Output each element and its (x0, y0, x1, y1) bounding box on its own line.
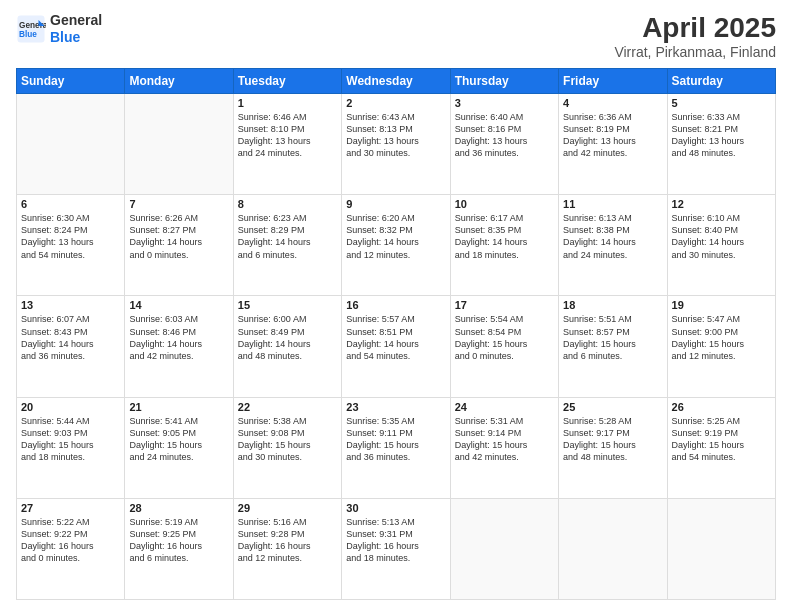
calendar-cell: 3Sunrise: 6:40 AM Sunset: 8:16 PM Daylig… (450, 94, 558, 195)
day-number: 14 (129, 299, 228, 311)
calendar-cell: 5Sunrise: 6:33 AM Sunset: 8:21 PM Daylig… (667, 94, 775, 195)
day-number: 1 (238, 97, 337, 109)
day-number: 27 (21, 502, 120, 514)
calendar-cell: 17Sunrise: 5:54 AM Sunset: 8:54 PM Dayli… (450, 296, 558, 397)
day-info: Sunrise: 5:16 AM Sunset: 9:28 PM Dayligh… (238, 516, 337, 565)
day-info: Sunrise: 5:51 AM Sunset: 8:57 PM Dayligh… (563, 313, 662, 362)
calendar-cell: 21Sunrise: 5:41 AM Sunset: 9:05 PM Dayli… (125, 397, 233, 498)
day-info: Sunrise: 6:07 AM Sunset: 8:43 PM Dayligh… (21, 313, 120, 362)
calendar-cell: 4Sunrise: 6:36 AM Sunset: 8:19 PM Daylig… (559, 94, 667, 195)
day-number: 8 (238, 198, 337, 210)
weekday-header: Thursday (450, 69, 558, 94)
day-number: 11 (563, 198, 662, 210)
calendar-cell: 30Sunrise: 5:13 AM Sunset: 9:31 PM Dayli… (342, 498, 450, 599)
day-number: 4 (563, 97, 662, 109)
calendar-subtitle: Virrat, Pirkanmaa, Finland (614, 44, 776, 60)
day-number: 23 (346, 401, 445, 413)
day-info: Sunrise: 5:38 AM Sunset: 9:08 PM Dayligh… (238, 415, 337, 464)
calendar-cell: 7Sunrise: 6:26 AM Sunset: 8:27 PM Daylig… (125, 195, 233, 296)
weekday-header: Friday (559, 69, 667, 94)
day-info: Sunrise: 5:22 AM Sunset: 9:22 PM Dayligh… (21, 516, 120, 565)
calendar-week-row: 1Sunrise: 6:46 AM Sunset: 8:10 PM Daylig… (17, 94, 776, 195)
day-info: Sunrise: 5:28 AM Sunset: 9:17 PM Dayligh… (563, 415, 662, 464)
calendar-week-row: 27Sunrise: 5:22 AM Sunset: 9:22 PM Dayli… (17, 498, 776, 599)
day-number: 25 (563, 401, 662, 413)
day-number: 7 (129, 198, 228, 210)
day-info: Sunrise: 6:36 AM Sunset: 8:19 PM Dayligh… (563, 111, 662, 160)
calendar-week-row: 20Sunrise: 5:44 AM Sunset: 9:03 PM Dayli… (17, 397, 776, 498)
calendar-cell: 24Sunrise: 5:31 AM Sunset: 9:14 PM Dayli… (450, 397, 558, 498)
day-info: Sunrise: 6:26 AM Sunset: 8:27 PM Dayligh… (129, 212, 228, 261)
day-number: 24 (455, 401, 554, 413)
day-info: Sunrise: 5:47 AM Sunset: 9:00 PM Dayligh… (672, 313, 771, 362)
day-number: 28 (129, 502, 228, 514)
calendar-cell (450, 498, 558, 599)
calendar-cell: 13Sunrise: 6:07 AM Sunset: 8:43 PM Dayli… (17, 296, 125, 397)
day-number: 6 (21, 198, 120, 210)
calendar-cell: 12Sunrise: 6:10 AM Sunset: 8:40 PM Dayli… (667, 195, 775, 296)
calendar-cell: 28Sunrise: 5:19 AM Sunset: 9:25 PM Dayli… (125, 498, 233, 599)
calendar-title: April 2025 (614, 12, 776, 44)
day-number: 15 (238, 299, 337, 311)
day-number: 9 (346, 198, 445, 210)
logo: General Blue General Blue (16, 12, 102, 46)
page: General Blue General Blue April 2025 Vir… (0, 0, 792, 612)
calendar-cell: 29Sunrise: 5:16 AM Sunset: 9:28 PM Dayli… (233, 498, 341, 599)
day-info: Sunrise: 6:46 AM Sunset: 8:10 PM Dayligh… (238, 111, 337, 160)
title-block: April 2025 Virrat, Pirkanmaa, Finland (614, 12, 776, 60)
day-info: Sunrise: 6:33 AM Sunset: 8:21 PM Dayligh… (672, 111, 771, 160)
calendar-cell: 22Sunrise: 5:38 AM Sunset: 9:08 PM Dayli… (233, 397, 341, 498)
calendar-cell: 27Sunrise: 5:22 AM Sunset: 9:22 PM Dayli… (17, 498, 125, 599)
calendar-cell: 6Sunrise: 6:30 AM Sunset: 8:24 PM Daylig… (17, 195, 125, 296)
day-info: Sunrise: 5:19 AM Sunset: 9:25 PM Dayligh… (129, 516, 228, 565)
day-info: Sunrise: 5:57 AM Sunset: 8:51 PM Dayligh… (346, 313, 445, 362)
logo-icon: General Blue (16, 14, 46, 44)
calendar-cell: 18Sunrise: 5:51 AM Sunset: 8:57 PM Dayli… (559, 296, 667, 397)
day-info: Sunrise: 6:30 AM Sunset: 8:24 PM Dayligh… (21, 212, 120, 261)
day-number: 13 (21, 299, 120, 311)
calendar-cell: 10Sunrise: 6:17 AM Sunset: 8:35 PM Dayli… (450, 195, 558, 296)
day-number: 22 (238, 401, 337, 413)
weekday-header: Monday (125, 69, 233, 94)
calendar-cell: 25Sunrise: 5:28 AM Sunset: 9:17 PM Dayli… (559, 397, 667, 498)
day-number: 19 (672, 299, 771, 311)
calendar-cell (125, 94, 233, 195)
day-info: Sunrise: 6:20 AM Sunset: 8:32 PM Dayligh… (346, 212, 445, 261)
weekday-header: Tuesday (233, 69, 341, 94)
day-number: 2 (346, 97, 445, 109)
day-info: Sunrise: 5:44 AM Sunset: 9:03 PM Dayligh… (21, 415, 120, 464)
day-info: Sunrise: 5:25 AM Sunset: 9:19 PM Dayligh… (672, 415, 771, 464)
calendar-cell: 1Sunrise: 6:46 AM Sunset: 8:10 PM Daylig… (233, 94, 341, 195)
day-info: Sunrise: 6:23 AM Sunset: 8:29 PM Dayligh… (238, 212, 337, 261)
day-number: 17 (455, 299, 554, 311)
calendar-cell (559, 498, 667, 599)
calendar-cell: 14Sunrise: 6:03 AM Sunset: 8:46 PM Dayli… (125, 296, 233, 397)
calendar-header-row: SundayMondayTuesdayWednesdayThursdayFrid… (17, 69, 776, 94)
calendar-cell: 20Sunrise: 5:44 AM Sunset: 9:03 PM Dayli… (17, 397, 125, 498)
calendar-cell: 8Sunrise: 6:23 AM Sunset: 8:29 PM Daylig… (233, 195, 341, 296)
calendar-cell (17, 94, 125, 195)
day-info: Sunrise: 6:10 AM Sunset: 8:40 PM Dayligh… (672, 212, 771, 261)
calendar-cell: 9Sunrise: 6:20 AM Sunset: 8:32 PM Daylig… (342, 195, 450, 296)
day-number: 18 (563, 299, 662, 311)
calendar-cell: 2Sunrise: 6:43 AM Sunset: 8:13 PM Daylig… (342, 94, 450, 195)
day-number: 3 (455, 97, 554, 109)
day-number: 12 (672, 198, 771, 210)
calendar-cell: 23Sunrise: 5:35 AM Sunset: 9:11 PM Dayli… (342, 397, 450, 498)
day-number: 29 (238, 502, 337, 514)
day-number: 21 (129, 401, 228, 413)
day-info: Sunrise: 6:17 AM Sunset: 8:35 PM Dayligh… (455, 212, 554, 261)
calendar-cell: 26Sunrise: 5:25 AM Sunset: 9:19 PM Dayli… (667, 397, 775, 498)
calendar-cell: 15Sunrise: 6:00 AM Sunset: 8:49 PM Dayli… (233, 296, 341, 397)
day-number: 20 (21, 401, 120, 413)
calendar-week-row: 13Sunrise: 6:07 AM Sunset: 8:43 PM Dayli… (17, 296, 776, 397)
day-info: Sunrise: 5:35 AM Sunset: 9:11 PM Dayligh… (346, 415, 445, 464)
header: General Blue General Blue April 2025 Vir… (16, 12, 776, 60)
day-info: Sunrise: 6:40 AM Sunset: 8:16 PM Dayligh… (455, 111, 554, 160)
day-info: Sunrise: 6:00 AM Sunset: 8:49 PM Dayligh… (238, 313, 337, 362)
day-info: Sunrise: 6:03 AM Sunset: 8:46 PM Dayligh… (129, 313, 228, 362)
day-number: 5 (672, 97, 771, 109)
day-info: Sunrise: 6:13 AM Sunset: 8:38 PM Dayligh… (563, 212, 662, 261)
weekday-header: Wednesday (342, 69, 450, 94)
day-info: Sunrise: 5:31 AM Sunset: 9:14 PM Dayligh… (455, 415, 554, 464)
